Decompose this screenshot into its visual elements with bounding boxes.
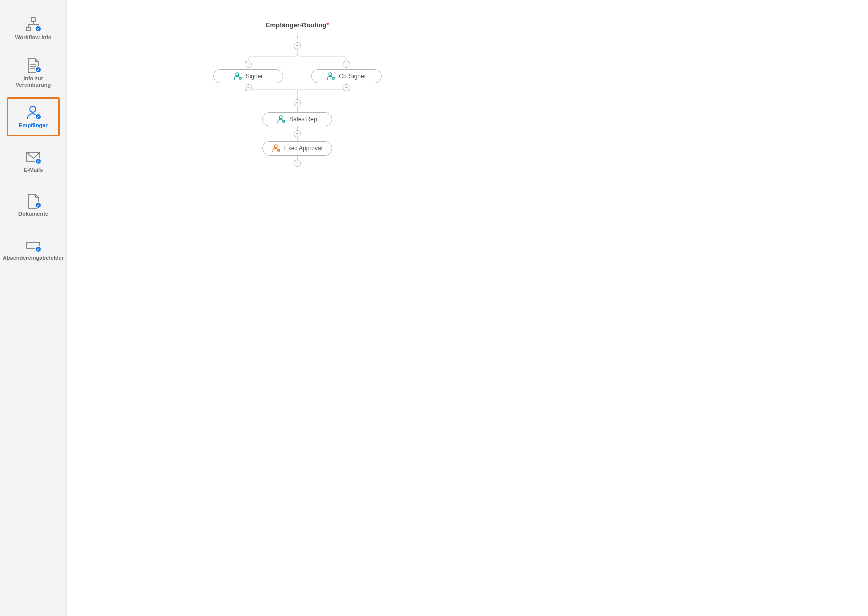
add-step-button[interactable]: + <box>343 61 350 68</box>
svg-point-17 <box>279 116 282 119</box>
add-step-button[interactable]: + <box>294 130 301 137</box>
sidebar-item-agreement-info[interactable]: Info zur Vereinbarung <box>7 53 60 92</box>
svg-point-20 <box>277 149 280 152</box>
recipient-exec-approval[interactable]: Exec Approval <box>262 141 332 156</box>
document-icon <box>23 193 43 210</box>
sidebar-item-recipients[interactable]: Empfänger <box>7 97 60 136</box>
sidebar-item-documents[interactable]: Dokumente <box>7 186 60 225</box>
sidebar-item-label: Dokumente <box>18 211 48 217</box>
add-step-button[interactable]: + <box>294 160 301 167</box>
recipient-label: Sales Rep <box>289 116 317 123</box>
svg-point-14 <box>239 77 242 80</box>
sidebar-item-workflow-info[interactable]: Workflow-Info <box>7 9 60 48</box>
connector-line <box>297 156 298 160</box>
svg-rect-0 <box>31 18 35 21</box>
recipient-label: Co Signer <box>339 73 366 80</box>
edit-badge-icon <box>35 158 42 165</box>
svg-point-13 <box>236 73 239 76</box>
person-check-icon <box>23 104 43 121</box>
add-step-button[interactable]: + <box>245 61 252 68</box>
sidebar-item-label: Empfänger <box>19 122 47 129</box>
sidebar-item-sender-fields[interactable]: Absendereingabefelder <box>7 230 60 269</box>
recipient-routing: Empfänger-Routing* ↓ + + + <box>157 20 438 167</box>
svg-point-10 <box>30 106 36 112</box>
down-arrow-icon: ↓ <box>296 32 299 40</box>
svg-point-16 <box>332 77 335 80</box>
recipient-signer[interactable]: Signer <box>213 69 283 83</box>
workflow-icon <box>23 16 43 33</box>
envelope-icon <box>23 148 43 166</box>
add-step-button[interactable]: + <box>343 84 350 91</box>
edit-badge-icon <box>35 246 42 253</box>
svg-point-18 <box>282 120 285 123</box>
add-step-button[interactable]: + <box>245 84 252 91</box>
recipient-label: Signer <box>246 73 263 80</box>
person-approve-icon <box>272 144 281 152</box>
sidebar-item-label: Workflow-Info <box>15 34 51 41</box>
routing-title: Empfänger-Routing* <box>266 20 329 29</box>
person-approve-icon <box>327 72 336 80</box>
sidebar-item-emails[interactable]: E-Mails <box>7 141 60 181</box>
recipient-label: Exec Approval <box>284 145 323 152</box>
connector-line <box>297 126 298 130</box>
edit-badge-icon <box>35 202 42 209</box>
required-indicator: * <box>326 21 329 29</box>
document-lines-icon <box>23 57 43 74</box>
add-step-button[interactable]: + <box>294 42 301 49</box>
form-field-icon <box>23 237 43 254</box>
sidebar-item-label: Absendereingabefelder <box>3 255 64 261</box>
svg-point-19 <box>274 145 277 148</box>
sidebar-item-label: Info zur Vereinbarung <box>7 75 60 88</box>
add-step-button[interactable]: + <box>294 99 301 106</box>
svg-point-15 <box>329 73 332 76</box>
person-approve-icon <box>234 72 243 80</box>
recipient-sales-rep[interactable]: Sales Rep <box>262 112 332 126</box>
sidebar-item-label: E-Mails <box>24 167 43 173</box>
svg-rect-1 <box>26 27 30 31</box>
edit-badge-icon <box>35 66 42 73</box>
connector-line <box>297 137 298 141</box>
connector-line <box>297 106 298 112</box>
recipient-co-signer[interactable]: Co Signer <box>311 69 382 83</box>
person-approve-icon <box>277 115 286 123</box>
routing-title-text: Empfänger-Routing <box>266 21 326 29</box>
sidebar: Workflow-Info Info zur Vereinbarung <box>0 0 67 616</box>
main-content: Empfänger-Routing* ↓ + + + <box>67 0 868 616</box>
